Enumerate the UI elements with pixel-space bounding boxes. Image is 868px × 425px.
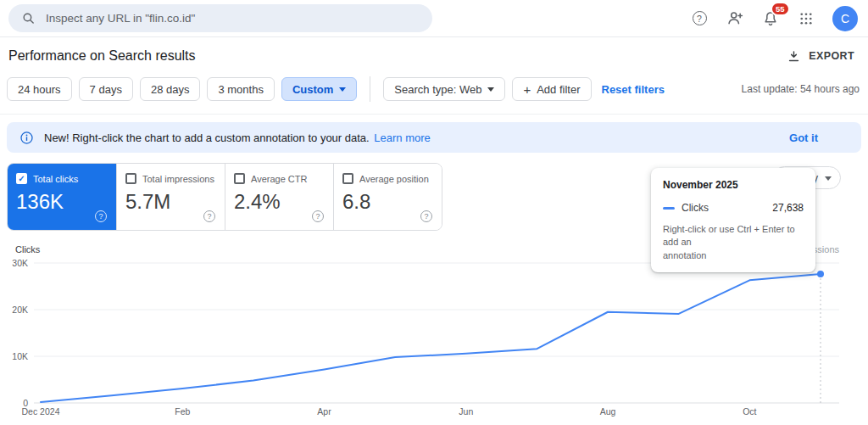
add-filter-button[interactable]: + Add filter bbox=[512, 77, 591, 101]
top-bar: ? 55 bbox=[0, 0, 868, 37]
apps-grid-icon bbox=[798, 11, 814, 26]
export-button[interactable]: EXPORT bbox=[787, 49, 854, 64]
x-axis-tick: Feb bbox=[175, 406, 190, 417]
metric-total-clicks[interactable]: ✓ Total clicks 136K ? bbox=[8, 164, 116, 230]
metric-cards: ✓ Total clicks 136K ? Total impressions … bbox=[7, 163, 442, 231]
x-axis-labels: Dec 2024FebAprJunAugOct bbox=[0, 406, 868, 422]
chevron-down-icon bbox=[487, 87, 494, 92]
person-add-icon bbox=[726, 9, 744, 27]
range-label: Custom bbox=[292, 83, 333, 96]
metric-label: Average CTR bbox=[251, 174, 307, 184]
metric-average-position[interactable]: Average position 6.8 ? bbox=[333, 164, 442, 230]
notification-badge: 55 bbox=[771, 2, 790, 17]
help-icon[interactable]: ? bbox=[420, 210, 432, 222]
svg-text:30K: 30K bbox=[12, 258, 28, 268]
banner-text: New! Right-click the chart to add a cust… bbox=[44, 131, 370, 144]
url-inspect-search[interactable] bbox=[8, 4, 432, 32]
svg-text:20K: 20K bbox=[12, 305, 28, 315]
metric-label: Total impressions bbox=[142, 174, 214, 184]
metric-value: 6.8 bbox=[342, 190, 433, 214]
metric-value: 5.7M bbox=[125, 190, 216, 214]
info-icon bbox=[19, 131, 34, 145]
range-label: 3 months bbox=[218, 83, 263, 96]
tooltip-hint-line: annotation bbox=[663, 249, 804, 262]
help-icon[interactable]: ? bbox=[95, 210, 107, 222]
tooltip-title: November 2025 bbox=[663, 179, 804, 191]
range-3-months[interactable]: 3 months bbox=[207, 77, 274, 101]
metric-value: 2.4% bbox=[234, 190, 325, 214]
checkbox-checked-icon[interactable]: ✓ bbox=[16, 173, 27, 184]
got-it-button[interactable]: Got it bbox=[789, 131, 849, 144]
metric-label: Average position bbox=[359, 174, 429, 184]
x-axis-tick: Apr bbox=[317, 406, 331, 417]
svg-text:10K: 10K bbox=[12, 351, 28, 361]
metric-value: 136K bbox=[16, 190, 108, 214]
x-axis-tick: Dec 2024 bbox=[22, 406, 60, 417]
page-header: Performance on Search results EXPORT bbox=[0, 37, 868, 73]
metric-total-impressions[interactable]: Total impressions 5.7M ? bbox=[116, 164, 225, 230]
notifications-button[interactable]: 55 bbox=[761, 9, 780, 28]
tooltip-value: 27,638 bbox=[772, 202, 804, 214]
range-24-hours[interactable]: 24 hours bbox=[7, 77, 72, 101]
range-label: 28 days bbox=[151, 83, 190, 96]
page-title: Performance on Search results bbox=[8, 48, 196, 64]
range-28-days[interactable]: 28 days bbox=[140, 77, 201, 101]
help-icon[interactable]: ? bbox=[312, 210, 324, 222]
help-icon[interactable]: ? bbox=[203, 210, 215, 222]
tooltip-hint-line: Right-click or use Ctrl + Enter to add a… bbox=[663, 223, 804, 249]
search-type-label: Search type: Web bbox=[394, 83, 481, 96]
checkbox-icon[interactable] bbox=[234, 173, 245, 184]
search-input[interactable] bbox=[46, 12, 420, 25]
download-icon bbox=[787, 49, 801, 64]
help-icon: ? bbox=[693, 11, 707, 25]
banner-message: New! Right-click the chart to add a cust… bbox=[44, 131, 431, 144]
last-update-text: Last update: 54 hours ago bbox=[742, 83, 860, 95]
learn-more-link[interactable]: Learn more bbox=[374, 131, 430, 144]
x-axis-tick: Aug bbox=[600, 406, 616, 417]
range-custom[interactable]: Custom bbox=[281, 77, 357, 101]
metric-label: Total clicks bbox=[33, 174, 78, 184]
range-label: 24 hours bbox=[18, 83, 61, 96]
range-7-days[interactable]: 7 days bbox=[79, 77, 133, 101]
x-axis-tick: Jun bbox=[459, 406, 473, 417]
help-button[interactable]: ? bbox=[690, 9, 709, 28]
avatar[interactable]: C bbox=[832, 6, 858, 31]
plus-icon: + bbox=[523, 82, 531, 97]
checkbox-icon[interactable] bbox=[342, 173, 353, 184]
apps-grid-button[interactable] bbox=[797, 9, 815, 28]
range-label: 7 days bbox=[90, 83, 122, 96]
chevron-down-icon bbox=[339, 87, 346, 92]
filter-bar: 24 hours 7 days 28 days 3 months Custom … bbox=[0, 73, 868, 115]
add-filter-label: Add filter bbox=[537, 83, 580, 96]
tooltip-series-label: Clicks bbox=[682, 202, 709, 214]
chevron-down-icon bbox=[825, 176, 832, 181]
export-label: EXPORT bbox=[809, 50, 854, 62]
add-user-button[interactable] bbox=[726, 9, 744, 28]
chart-tooltip: November 2025 Clicks 27,638 Right-click … bbox=[651, 168, 815, 272]
metric-average-ctr[interactable]: Average CTR 2.4% ? bbox=[225, 164, 333, 230]
topbar-actions: ? 55 bbox=[690, 6, 858, 31]
search-type-chip[interactable]: Search type: Web bbox=[383, 77, 505, 101]
checkbox-icon[interactable] bbox=[125, 173, 136, 184]
reset-filters-link[interactable]: Reset filters bbox=[602, 83, 665, 96]
divider bbox=[370, 76, 370, 102]
tooltip-hint: Right-click or use Ctrl + Enter to add a… bbox=[663, 223, 804, 262]
clicks-series-swatch bbox=[663, 207, 675, 210]
x-axis-tick: Oct bbox=[743, 406, 756, 417]
annotation-banner: New! Right-click the chart to add a cust… bbox=[7, 122, 861, 153]
search-icon bbox=[21, 11, 36, 25]
